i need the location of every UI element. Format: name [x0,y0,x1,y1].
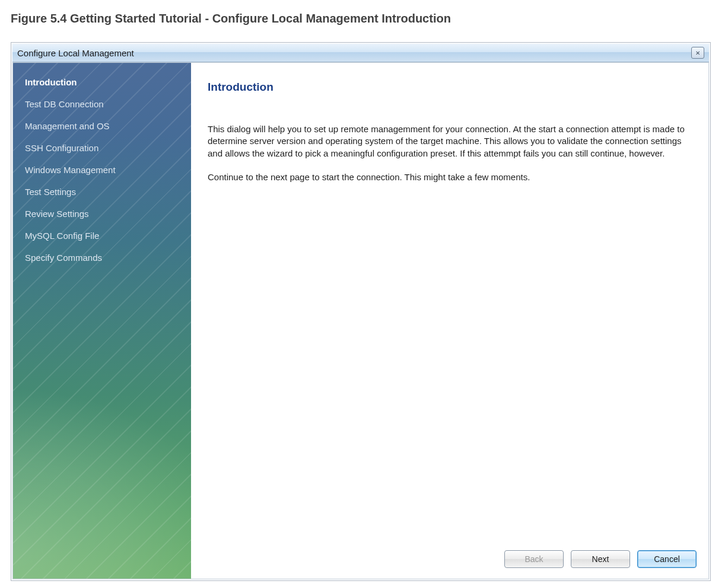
dialog-body: Introduction Test DB Connection Manageme… [12,62,709,579]
close-icon: ✕ [695,50,700,56]
window-titlebar: Configure Local Management ✕ [12,44,709,62]
sidebar-item-test-settings[interactable]: Test Settings [24,181,182,203]
sidebar-item-review-settings[interactable]: Review Settings [24,203,182,225]
cancel-button[interactable]: Cancel [637,550,697,568]
sidebar-item-management-and-os[interactable]: Management and OS [24,115,182,137]
sidebar-item-windows-management[interactable]: Windows Management [24,159,182,181]
window-close-button[interactable]: ✕ [691,47,704,59]
dialog-window: Configure Local Management ✕ Introductio… [11,42,711,581]
wizard-sidebar: Introduction Test DB Connection Manageme… [13,63,191,579]
content-paragraph-2: Continue to the next page to start the c… [208,171,692,183]
sidebar-item-test-db-connection[interactable]: Test DB Connection [24,93,182,115]
window-title: Configure Local Management [17,48,691,58]
sidebar-item-introduction[interactable]: Introduction [24,71,182,93]
sidebar-item-ssh-configuration[interactable]: SSH Configuration [24,137,182,159]
wizard-button-row: Back Next Cancel [504,550,697,568]
sidebar-item-mysql-config-file[interactable]: MySQL Config File [24,225,182,247]
sidebar-item-specify-commands[interactable]: Specify Commands [24,247,182,269]
next-button[interactable]: Next [571,550,630,568]
wizard-content: Introduction This dialog will help you t… [191,63,708,579]
back-button[interactable]: Back [504,550,564,568]
content-paragraph-1: This dialog will help you to set up remo… [208,123,692,159]
content-heading: Introduction [208,81,692,94]
figure-caption: Figure 5.4 Getting Started Tutorial - Co… [11,12,717,25]
